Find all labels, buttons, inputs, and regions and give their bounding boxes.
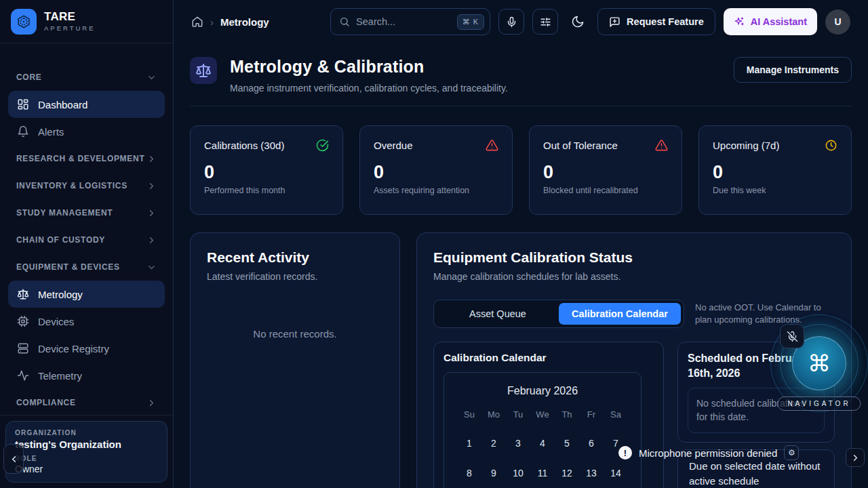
ai-assistant-button[interactable]: AI Assistant [724,8,817,35]
brand-logo[interactable] [11,9,37,35]
alert-triangle-icon [655,139,668,152]
stat-card-calibrations: Calibrations (30d) 0 Performed this mont… [190,125,343,215]
calendar-day[interactable]: 3 [506,432,530,454]
command-icon: ⌘ [808,352,831,375]
search-bar[interactable]: ⌘ K [330,8,490,35]
activity-icon [16,369,30,382]
user-avatar[interactable]: U [825,9,850,35]
calendar-day[interactable]: 4 [530,432,555,454]
sidebar-item-devices[interactable]: Devices [8,308,165,335]
chevron-right-icon [146,398,157,408]
stat-value: 0 [374,162,498,183]
weekday-label: Sa [604,409,628,424]
sidebar-item-device-registry[interactable]: Device Registry [8,335,165,362]
navigator-label: NAVIGATOR [777,396,861,411]
chevron-right-icon [146,208,157,218]
page-content: Metrology & Calibration Manage instrumen… [174,43,868,488]
weekday-label: Su [457,409,481,424]
section-equipment-devices[interactable]: EQUIPMENT & DEVICES [8,253,165,281]
theme-toggle-button[interactable] [566,9,589,35]
sidebar-item-telemetry[interactable]: Telemetry [8,362,165,389]
sidebar: TARE APERTURE CORE Dashboard [0,0,174,488]
chevron-right-icon [146,235,157,245]
calendar-day[interactable]: 7 [604,432,628,454]
hexagon-icon [16,14,31,29]
page-subtitle: Manage instrument verification, calibrat… [230,83,508,94]
sidebar-nav: CORE Dashboard Alerts RESEARCH & DEVELOP… [0,43,173,416]
brand-name: TARE [44,11,96,24]
search-shortcut-badge: ⌘ K [457,14,484,30]
tab-calibration-calendar[interactable]: Calibration Calendar [559,303,681,325]
sidebar-item-metrology[interactable]: Metrology [8,281,165,308]
calendar-day[interactable]: 14 [604,462,628,484]
calendar-day[interactable]: 6 [579,432,604,454]
request-feature-button[interactable]: Request Feature [597,8,715,35]
sidebar-item-alerts[interactable]: Alerts [8,118,165,145]
mic-icon [506,16,517,28]
section-research-development[interactable]: RESEARCH & DEVELOPMENT [8,145,165,172]
stat-card-overdue: Overdue 0 Assets requiring attention [359,125,513,215]
stat-card-upcoming: Upcoming (7d) 0 Due this week [698,125,852,215]
breadcrumb-separator: › [210,16,214,28]
clock-icon [825,139,837,152]
sliders-icon [540,16,551,28]
calibration-tabs: Asset Queue Calibration Calendar [433,300,684,328]
filters-button[interactable] [532,9,558,35]
chevron-right-icon [146,154,157,164]
navigator-widget: ⌘ NAVIGATOR [770,314,868,412]
mic-off-button[interactable] [780,324,804,348]
calendar-day[interactable]: 13 [579,462,604,484]
server-icon [16,342,30,354]
organization-card: ORGANIZATION testing's Organization ROLE… [5,421,167,483]
role-label: ROLE [15,455,158,462]
equipment-panel-title: Equipment Calibration Status [433,249,835,266]
due-panel-title: Due on selected date without active sche… [688,459,825,488]
stat-value: 0 [713,162,837,183]
scale-icon [190,57,217,84]
stat-title: Calibrations (30d) [204,140,284,151]
calendar-day[interactable]: 11 [530,462,555,484]
weekday-label: We [530,409,555,424]
brand: TARE APERTURE [0,0,173,43]
scale-icon [16,288,30,300]
recent-activity-subtitle: Latest verification records. [207,271,383,282]
alert-triangle-icon [486,139,498,152]
section-chain-of-custody[interactable]: CHAIN OF CUSTODY [8,226,165,253]
main-area: › Metrology ⌘ K [174,0,868,488]
stat-caption: Blocked until recalibrated [543,186,668,195]
manage-instruments-button[interactable]: Manage Instruments [734,57,852,83]
stat-title: Upcoming (7d) [713,140,779,151]
message-square-plus-icon [609,16,620,28]
check-circle-icon [316,139,329,152]
chevron-down-icon [146,73,157,83]
calendar-day[interactable]: 8 [457,462,481,484]
section-core[interactable]: CORE [8,64,165,91]
panel-expand-button[interactable] [846,448,865,467]
sidebar-collapse-button[interactable] [3,444,24,474]
calendar-day[interactable]: 9 [481,462,506,484]
calendar-day[interactable]: 10 [506,462,530,484]
calendar-day[interactable]: 2 [481,432,506,454]
microphone-button[interactable] [498,9,524,35]
sidebar-item-dashboard[interactable]: Dashboard [8,91,165,118]
calendar-day[interactable]: 5 [555,432,579,454]
section-compliance[interactable]: COMPLIANCE [8,389,165,416]
section-inventory-logistics[interactable]: INVENTORY & LOGISTICS [8,172,165,199]
tab-asset-queue[interactable]: Asset Queue [437,303,559,325]
chevron-down-icon [146,262,157,272]
stat-caption: Due this week [713,186,837,195]
calendar-day[interactable]: 1 [457,432,481,454]
recent-activity-panel: Recent Activity Latest verification reco… [190,232,400,488]
topbar: › Metrology ⌘ K [174,0,868,43]
section-study-management[interactable]: STUDY MANAGEMENT [8,199,165,226]
calendar-day[interactable]: 12 [555,462,579,484]
page-header: Metrology & Calibration Manage instrumen… [190,57,852,106]
search-input[interactable] [356,16,451,27]
chevron-right-icon [850,453,861,463]
calendar-month-label: February 2026 [456,385,629,397]
calendar-heading: Calibration Calendar [443,352,654,364]
month-calendar: February 2026 Su Mo Tu We Th Fr Sa 1 [443,372,642,488]
home-icon[interactable] [191,16,203,28]
organization-name: testing's Organization [15,439,158,450]
calibration-calendar-card: Calibration Calendar February 2026 Su Mo… [433,342,664,488]
